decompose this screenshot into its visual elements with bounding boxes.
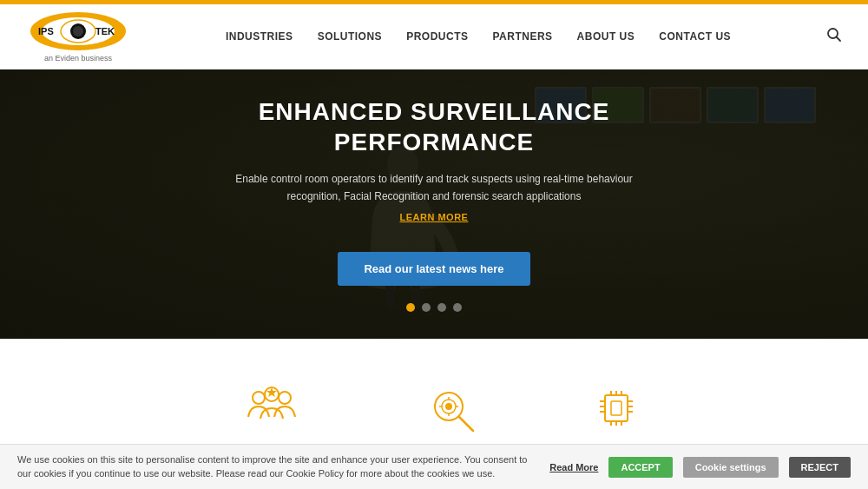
nav-about-us[interactable]: ABOUT US <box>577 30 635 43</box>
nav-contact-us[interactable]: CONTACT US <box>659 30 731 43</box>
innovation-icon <box>424 382 485 434</box>
cookie-settings-button[interactable]: Cookie settings <box>683 457 779 478</box>
logo-area[interactable]: IPS TEK an Eviden business <box>26 10 130 63</box>
header: IPS TEK an Eviden business INDUSTRIES SO… <box>0 4 868 69</box>
hero-carousel-dots <box>208 303 660 312</box>
hero-description: Enable control room operators to identif… <box>208 171 660 204</box>
hero-title: ENHANCED SURVEILLANCE PERFORMANCE <box>208 96 660 157</box>
logo-subtitle: an Eviden business <box>44 54 112 63</box>
cookie-banner: We use cookies on this site to personali… <box>0 444 868 489</box>
carousel-dot-4[interactable] <box>453 303 462 312</box>
svg-point-4 <box>73 26 83 36</box>
cookie-read-more-link[interactable]: Read More <box>549 462 598 472</box>
cookie-message: We use cookies on this site to personali… <box>17 453 539 480</box>
carousel-dot-3[interactable] <box>437 303 446 312</box>
svg-point-13 <box>253 392 265 404</box>
carousel-dot-2[interactable] <box>422 303 431 312</box>
svg-text:TEK: TEK <box>95 26 115 36</box>
svg-line-8 <box>837 37 841 42</box>
search-button[interactable] <box>826 27 842 46</box>
svg-line-17 <box>459 417 473 431</box>
svg-rect-24 <box>605 395 628 421</box>
nav-partners[interactable]: PARTNERS <box>492 30 552 43</box>
cookie-reject-button[interactable]: REJECT <box>789 457 851 478</box>
hero-section: ENHANCED SURVEILLANCE PERFORMANCE Enable… <box>0 69 868 339</box>
hero-content: ENHANCED SURVEILLANCE PERFORMANCE Enable… <box>191 96 677 311</box>
main-nav: INDUSTRIES SOLUTIONS PRODUCTS PARTNERS A… <box>226 30 731 43</box>
svg-text:IPS: IPS <box>38 26 54 36</box>
hero-learn-more-link[interactable]: LEARN MORE <box>208 212 660 222</box>
hero-cta-button[interactable]: Read our latest news here <box>338 252 529 286</box>
carousel-dot-1[interactable] <box>406 303 415 312</box>
search-icon <box>826 27 842 43</box>
expert-services-icon <box>586 382 647 434</box>
nav-products[interactable]: PRODUCTS <box>406 30 468 43</box>
nav-solutions[interactable]: SOLUTIONS <box>318 30 383 43</box>
people-solutions-icon <box>241 382 302 434</box>
svg-point-15 <box>279 392 291 404</box>
logo-svg: IPS TEK <box>26 10 130 52</box>
svg-rect-37 <box>611 401 621 415</box>
cookie-accept-button[interactable]: ACCEPT <box>608 457 672 478</box>
nav-industries[interactable]: INDUSTRIES <box>226 30 293 43</box>
svg-point-19 <box>445 403 452 410</box>
